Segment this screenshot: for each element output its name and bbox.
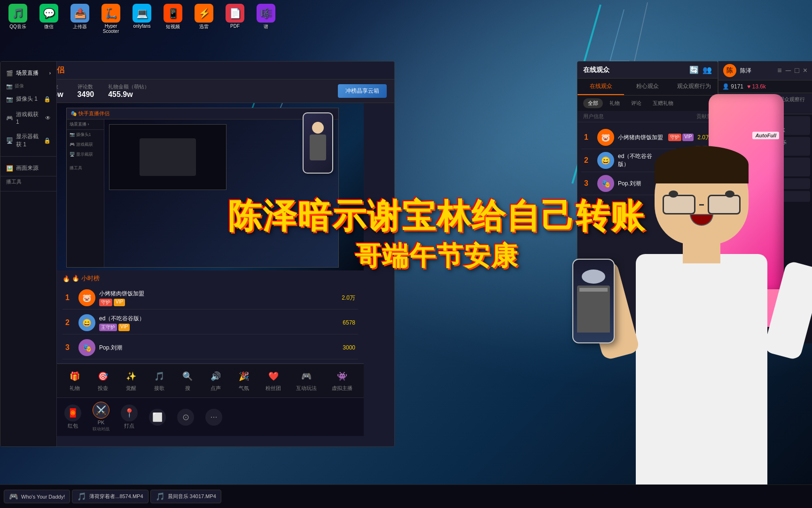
desktop-icon-onlyfans[interactable]: 💻 onlyfans bbox=[128, 4, 156, 29]
filter-gift[interactable]: 礼物 bbox=[605, 98, 625, 108]
audience-item-1: 1 🐷 小烤猪肉饼饭加盟 守护 VIP 2.0万 bbox=[581, 126, 714, 149]
entry2-avatar: 😄 bbox=[78, 314, 95, 331]
refresh-icon[interactable]: 🔄 bbox=[689, 65, 699, 74]
btn-mark[interactable]: 📍 打点 bbox=[121, 405, 138, 429]
pdf-icon: 📄 bbox=[226, 4, 244, 23]
menu-icon[interactable]: ≡ bbox=[777, 66, 781, 75]
awaken-icon: ✨ bbox=[125, 370, 138, 383]
taskbar-item-game[interactable]: 🎮 Who's Your Daddy! bbox=[4, 490, 70, 503]
nested-camera: 📷 摄像头1 bbox=[67, 130, 104, 140]
tool-search[interactable]: 🔍 搜 bbox=[177, 368, 198, 394]
interaction-icon: 🎮 bbox=[300, 370, 313, 383]
tool-voice[interactable]: 🔊 点声 bbox=[205, 368, 226, 394]
square-icon: ⬜ bbox=[149, 409, 166, 426]
nested-tools: 播工具 bbox=[67, 163, 104, 173]
board-entries: 1 🐷 小烤猪肉饼饭加盟 守护 VIP 2.0万 2 bbox=[62, 286, 358, 359]
audience-panel-icon: 👥 bbox=[703, 65, 712, 74]
msg1-header: 疯狂9% 送1个省城症 bbox=[724, 118, 806, 125]
scene-preview-area: 🎭 快手直播伴侣 场景直播 › 📷 摄像头1 🎮 游戏截获 🖥️ 显示截获 播工… bbox=[57, 103, 364, 270]
vtuber-icon: 👾 bbox=[336, 370, 349, 383]
msg1-badge: 疯狂9% bbox=[724, 118, 742, 125]
desktop-icon-score[interactable]: 🎼 谱 bbox=[252, 4, 280, 30]
entry1-info: 小烤猪肉饼饭加盟 守护 VIP bbox=[99, 290, 338, 306]
filter-tabs: 全部 礼物 评论 互赠礼物 bbox=[578, 95, 718, 111]
sidebar-item-live[interactable]: 🎬 场景直播 › bbox=[0, 65, 56, 81]
sidebar-item-display[interactable]: 🖥️ 显示器截获 1 🔒 bbox=[0, 129, 56, 152]
tool-fans[interactable]: ❤️ 粉丝团 bbox=[262, 368, 285, 394]
lock2-icon: 🔒 bbox=[44, 137, 51, 144]
chat-heart-count: ♥ 13.6k bbox=[747, 83, 766, 90]
hourly-board: 🔥 🔥 小时榜 1 🐷 小烤猪肉饼饭加盟 守护 VIP bbox=[57, 270, 364, 364]
desktop-icon-wechat[interactable]: 💬 微信 bbox=[35, 4, 63, 30]
btn-redpacket[interactable]: 🧧 红包 bbox=[64, 405, 81, 429]
more-icon: ··· bbox=[205, 409, 222, 426]
minimize-icon[interactable]: ─ bbox=[786, 66, 791, 75]
desktop-icon-uploader[interactable]: 📤 上传器 bbox=[66, 4, 94, 30]
bottom-toolbar: 🧧 红包 ⚔️ PK 联动对战 📍 打点 ⬜ ⊙ bbox=[57, 397, 364, 436]
taskbar-item-video1[interactable]: 🎵 薄荷穿着者...8574.MP4 bbox=[72, 490, 148, 503]
tool-atmosphere[interactable]: 🎉 气氛 bbox=[234, 368, 254, 394]
live-icon: 🎬 bbox=[6, 70, 13, 77]
nested-mini-screen bbox=[109, 124, 226, 190]
score-icon: 🎼 bbox=[257, 4, 275, 23]
tool-interaction[interactable]: 🎮 互动玩法 bbox=[292, 368, 320, 394]
audience-item-3: 3 🎭 Pop.刘潮 3000 bbox=[581, 172, 714, 195]
tools-bar: 🎁 礼物 🎯 投壶 ✨ 觉醒 🎵 接歌 🔍 搜 bbox=[57, 364, 364, 397]
btn-pk[interactable]: ⚔️ PK 联动对战 bbox=[93, 402, 109, 432]
board-entry-3: 3 🎭 Pop.刘潮 3000 bbox=[62, 336, 358, 359]
tool-gift[interactable]: 🎁 礼物 bbox=[64, 368, 85, 394]
search-icon: 🔍 bbox=[181, 370, 194, 383]
tool-awaken[interactable]: ✨ 觉醒 bbox=[121, 368, 141, 394]
col-header: 用户信息 贡献量 bbox=[578, 111, 718, 122]
desktop-icon-shortvideo[interactable]: 📱 短视频 bbox=[159, 4, 187, 30]
desktop-icon-pdf[interactable]: 📄 PDF bbox=[221, 4, 249, 29]
tool-toss[interactable]: 🎯 投壶 bbox=[93, 368, 113, 394]
sidebar-item-canvas[interactable]: 🖼️ 画面来源 bbox=[0, 160, 56, 176]
tab-fans-audience[interactable]: 粉心观众 bbox=[624, 79, 671, 95]
audience-tabs: 在线观众 粉心观众 观众观察行为 bbox=[578, 79, 718, 95]
entry2-info: ed（不吃谷谷版） 王守护 VIP bbox=[99, 315, 339, 331]
voice-icon: 🔊 bbox=[209, 370, 222, 383]
video2-taskbar-icon: 🎵 bbox=[156, 492, 165, 501]
chat-tab-observe[interactable]: 观众观察行为 bbox=[774, 93, 812, 114]
tab-online-audience[interactable]: 在线观众 bbox=[578, 79, 624, 95]
board-title: 🔥 🔥 小时榜 bbox=[62, 274, 358, 283]
lock-icon: 🔒 bbox=[44, 96, 51, 103]
sidebar-item-game[interactable]: 🎮 游戏截获 1 👁 bbox=[0, 107, 56, 129]
music-icon: 🎵 bbox=[153, 370, 166, 383]
desktop-icon-qqmusic[interactable]: 🎵 QQ音乐 bbox=[4, 4, 32, 30]
tool-music[interactable]: 🎵 接歌 bbox=[149, 368, 170, 394]
btn-square[interactable]: ⬜ bbox=[149, 409, 166, 426]
close-icon[interactable]: × bbox=[803, 66, 807, 75]
chat-tab-online[interactable]: 在线观众 bbox=[718, 93, 747, 114]
btn-more[interactable]: ··· bbox=[205, 409, 222, 426]
desktop-icon-xunlei[interactable]: ⚡ 迅雷 bbox=[190, 4, 218, 30]
nested-title: 🎭 快手直播伴侣 bbox=[67, 108, 338, 119]
chat-tab-fans[interactable]: 粉心观众 bbox=[747, 93, 775, 114]
nested-content: 场景直播 › 📷 摄像头1 🎮 游戏截获 🖥️ 显示截获 播工具 bbox=[67, 119, 338, 267]
tab-behavior[interactable]: 观众观察行为 bbox=[671, 79, 718, 95]
taskbar: 🎮 Who's Your Daddy! 🎵 薄荷穿着者...8574.MP4 🎵… bbox=[0, 484, 812, 508]
display-icon: 🖥️ bbox=[6, 137, 13, 144]
chat-msg-5: 泽亲么么么总么安康 bbox=[720, 191, 810, 202]
filter-mutual[interactable]: 互赠礼物 bbox=[648, 98, 678, 108]
video-icon: 📷 bbox=[6, 83, 13, 89]
filter-all[interactable]: 全部 bbox=[583, 98, 603, 108]
sidebar-item-camera1[interactable]: 📷 摄像头 1 🔒 bbox=[0, 91, 56, 107]
maximize-icon[interactable]: □ bbox=[795, 66, 799, 75]
btn-circle[interactable]: ⊙ bbox=[177, 409, 194, 426]
eye-icon: 👁 bbox=[45, 115, 51, 121]
desktop-icon-hyperscooter[interactable]: 🛴 Hyper Scooter bbox=[97, 4, 125, 34]
tool-vtuber[interactable]: 👾 虚拟主播 bbox=[328, 368, 356, 394]
board-entry-2: 2 😄 ed（不吃谷谷版） 王守护 VIP 6578 bbox=[62, 311, 358, 334]
sidebar-video-label: 📷 摄像 bbox=[6, 83, 51, 89]
entry3-avatar: 🎭 bbox=[78, 339, 95, 356]
canvas-icon: 🖼️ bbox=[6, 165, 13, 172]
phone-person bbox=[306, 122, 330, 164]
audience3-avatar: 🎭 bbox=[597, 175, 614, 192]
taskbar-item-video2[interactable]: 🎵 晨间音乐 34017.MP4 bbox=[150, 490, 221, 503]
preview-button[interactable]: 冲榜晶享云箱 bbox=[338, 84, 387, 98]
filter-comment[interactable]: 评论 bbox=[626, 98, 646, 108]
stats-bar: 在线人数 9173 点赞数 13.6w 评论数 3490 礼物金额（萌钻） 45… bbox=[0, 79, 394, 103]
stream-window-title-bar: 🎭 快手直播伴侣 bbox=[0, 62, 394, 79]
